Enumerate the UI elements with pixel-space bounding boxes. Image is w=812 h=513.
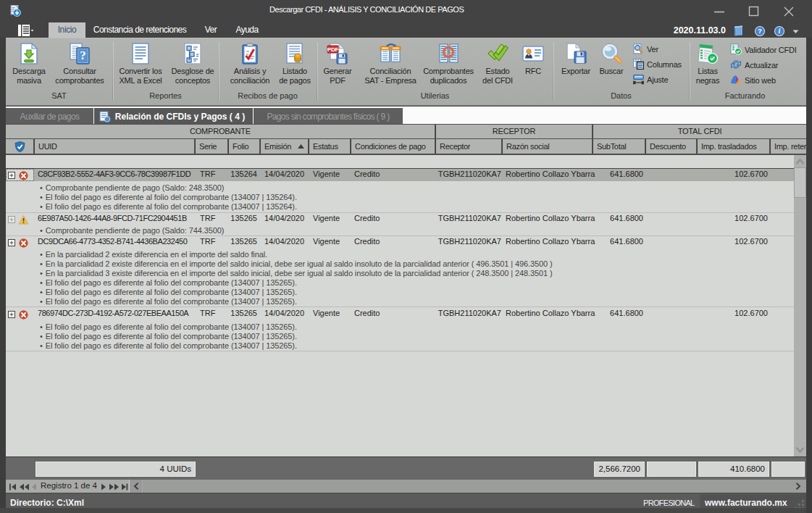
svg-text:PDF: PDF xyxy=(327,46,339,53)
svg-text:?: ? xyxy=(80,49,85,62)
svg-text:?: ? xyxy=(758,27,762,35)
svg-text:i: i xyxy=(779,27,781,35)
